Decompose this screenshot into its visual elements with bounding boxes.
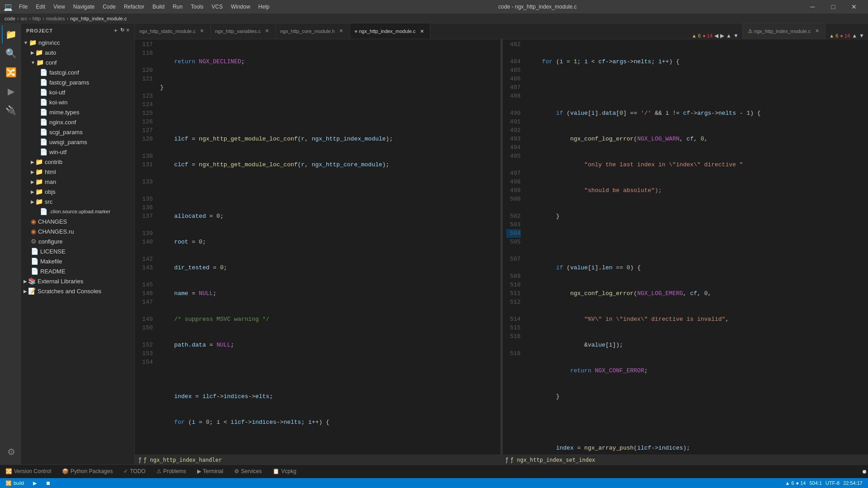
koi-win-icon: 📄 [40,99,47,106]
root-label: nginx\cc [38,39,60,46]
sidebar-item-auto[interactable]: ▶ 📁 auto [22,47,134,57]
tab-ngx-http-variables[interactable]: ngx_http_variables.c ✕ [211,23,276,39]
statusbar-git[interactable]: 🔀 build [4,478,26,488]
tab-nav-right[interactable]: ▶ [720,33,724,39]
sidebar-item-readme[interactable]: 📄 README [22,266,134,276]
activity-run[interactable]: ▶ [2,82,20,100]
makefile-label: Makefile [40,258,62,265]
tab-nav-right-up[interactable]: ▲ [852,33,857,39]
sidebar-item-makefile[interactable]: 📄 Makefile [22,256,134,266]
win-utf-label: win-utf [49,149,66,155]
bottom-tab-todo[interactable]: ✓ TODO [118,465,151,479]
activity-search[interactable]: 🔍 [2,44,20,62]
git-branch: build [14,480,24,486]
tab-ngx-http-index-right[interactable]: ⚠ ngx_http_index_module.c ✕ [743,23,826,39]
tab-close-index-right[interactable]: ✕ [813,28,821,35]
file-explorer-sidebar: PROJECT ＋ ↻ ≡ ▼ 📁 nginx\cc ▶ 📁 auto ▼ 📁 … [22,23,135,465]
menu-edit[interactable]: Edit [32,3,49,11]
menu-view[interactable]: View [50,3,69,11]
right-line-numbers: 482 484 485 486 487 488 490 491 492 493 … [503,39,524,455]
menu-code[interactable]: Code [99,3,119,11]
bottom-tab-terminal[interactable]: ▶ Terminal [192,465,229,479]
activity-settings[interactable]: ⚙ [2,443,20,461]
sidebar-item-external-libraries[interactable]: ▶ 📚 External Libraries [22,276,134,286]
sidebar-item-fastcgi-params[interactable]: 📄 fastcgi_params [22,77,134,87]
sidebar-item-objs[interactable]: ▶ 📁 objs [22,187,134,197]
sidebar-item-uwsgi-params[interactable]: 📄 uwsgi_params [22,137,134,147]
menu-build[interactable]: Build [149,3,168,11]
breadcrumb-http[interactable]: http [33,16,41,21]
sidebar-collapse-icon[interactable]: ≡ [127,27,130,34]
sidebar-item-src[interactable]: ▶ 📁 src [22,197,134,206]
sidebar-item-changes-ru[interactable]: ◉ CHANGES.ru [22,226,134,236]
sidebar-item-configure[interactable]: ⚙ configure [22,236,134,246]
statusbar-line-col[interactable]: 504:1 [807,478,824,488]
sidebar-item-man[interactable]: ▶ 📁 man [22,177,134,187]
statusbar-encoding[interactable]: UTF-8 [824,478,841,488]
breadcrumb-code[interactable]: code [5,16,15,21]
menu-refactor[interactable]: Refactor [120,3,148,11]
breadcrumb-src[interactable]: src [21,16,28,21]
sidebar-item-koi-win[interactable]: 📄 koi-win [22,97,134,107]
sidebar-root[interactable]: ▼ 📁 nginx\cc [22,38,134,47]
menu-tools[interactable]: Tools [187,3,207,11]
breadcrumb-modules[interactable]: modules [46,16,65,21]
right-code-editor[interactable]: 482 484 485 486 487 488 490 491 492 493 … [503,39,868,455]
statusbar-warnings[interactable]: ▲ 6 ● 14 [783,478,807,488]
statusbar-stop[interactable]: ⏹ [44,478,52,488]
sidebar-item-scgi-params[interactable]: 📄 scgi_params [22,127,134,137]
sidebar-item-mime-types[interactable]: 📄 mime.types [22,107,134,117]
menu-navigate[interactable]: Navigate [70,3,98,11]
sidebar-item-changes[interactable]: ◉ CHANGES [22,216,134,226]
bottom-tab-python-packages[interactable]: 📦 Python Packages [57,465,118,479]
man-folder-icon: 📁 [35,178,43,185]
breadcrumb-sep4: › [66,16,68,21]
maximize-button[interactable]: □ [823,0,844,14]
sidebar-item-koi-utf[interactable]: 📄 koi-utf [22,87,134,97]
menu-run[interactable]: Run [169,3,186,11]
tab-close-index-active[interactable]: ✕ [418,28,425,35]
sidebar-item-contrib[interactable]: ▶ 📁 contrib [22,157,134,167]
bottom-tab-services[interactable]: ⚙ Services [229,465,267,479]
sidebar-item-fastcgi-conf[interactable]: 📄 fastcgi.conf [22,67,134,77]
tab-ngx-http-core-h[interactable]: ngx_http_core_module.h ✕ [276,23,350,39]
vcpkg-label: Vcpkg [281,468,296,474]
tab-close-variables[interactable]: ✕ [264,28,271,35]
menu-vcs[interactable]: VCS [208,3,226,11]
tab-ngx-http-static[interactable]: ngx_http_static_module.c ✕ [135,23,211,39]
tab-nav-left[interactable]: ◀ [714,33,718,39]
sidebar-new-file-icon[interactable]: ＋ [113,27,118,34]
tab-close-static[interactable]: ✕ [198,28,206,35]
left-code-editor[interactable]: 117 118 120 121 123 124 125 126 127 128 … [135,39,500,455]
menu-help[interactable]: Help [255,3,273,11]
bottom-tab-version-control[interactable]: 🔀 Version Control [0,465,57,479]
minimize-button[interactable]: ─ [802,0,823,14]
sidebar-item-license[interactable]: 📄 LICENSE [22,246,134,256]
tab-ngx-http-index-active[interactable]: ● ngx_http_index_module.c ✕ [350,23,431,39]
tab-nav-down[interactable]: ▼ [733,33,739,39]
activity-extensions[interactable]: 🔌 [2,101,20,119]
menu-file[interactable]: File [15,3,31,11]
activity-explorer[interactable]: 📁 [2,25,20,43]
tab-nav-right-down[interactable]: ▼ [859,33,864,39]
close-button[interactable]: ✕ [844,0,864,14]
sidebar-item-nginx-conf[interactable]: 📄 nginx.conf [22,117,134,127]
sidebar-item-clion-marker[interactable]: 📄 .clion.source.upload.marker [22,206,134,216]
bottom-tab-vcpkg[interactable]: 📋 Vcpkg [267,465,302,479]
menu-window[interactable]: Window [227,3,254,11]
sidebar-item-conf[interactable]: ▼ 📁 conf [22,57,134,67]
sidebar-header: PROJECT ＋ ↻ ≡ [22,23,134,38]
sidebar-item-html[interactable]: ▶ 📁 html [22,167,134,177]
tab-close-core-h[interactable]: ✕ [338,28,345,35]
sidebar-item-scratches[interactable]: ▶ 📝 Scratches and Consoles [22,286,134,296]
sidebar-refresh-icon[interactable]: ↻ [120,27,125,34]
statusbar-run[interactable]: ▶ [31,478,38,488]
ext-lib-arrow: ▶ [24,279,27,284]
activity-git[interactable]: 🔀 [2,63,20,81]
breadcrumb-current-file[interactable]: ngx_http_index_module.c [70,16,127,21]
sidebar-item-win-utf[interactable]: 📄 win-utf [22,147,134,157]
tab-nav-up[interactable]: ▲ [726,33,731,39]
src-label: src [45,198,52,205]
bottom-tab-problems[interactable]: ⚠ Problems [151,465,192,479]
clion-marker-icon: 📄 [40,208,47,215]
